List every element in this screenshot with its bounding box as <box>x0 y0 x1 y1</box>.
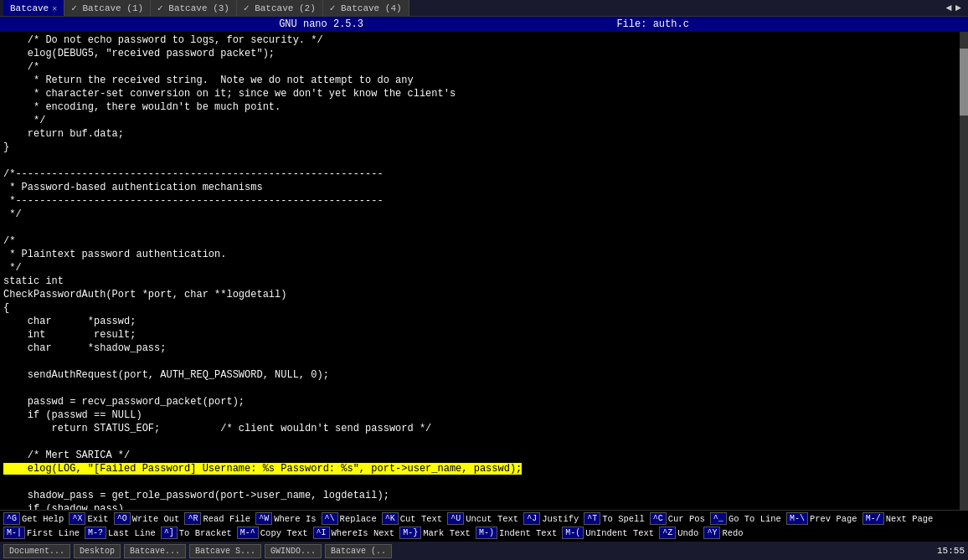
shortcut-key: ^Z <box>659 527 676 539</box>
tab-batcave-4[interactable]: ✓ Batcave (4) <box>323 0 409 16</box>
code-line: sendAuthRequest(port, AUTH_REQ_PASSWORD,… <box>3 368 956 382</box>
code-line <box>3 475 956 489</box>
code-content: /* Do not echo password to logs, for sec… <box>0 32 960 510</box>
shortcut-label: Where Is <box>274 514 316 524</box>
shortcut-item[interactable]: ^]To Bracket <box>161 527 232 539</box>
code-line: shadow_pass = get_role_password(port->us… <box>3 489 956 502</box>
shortcut-item[interactable]: ^YRedo <box>703 527 743 539</box>
shortcut-label: Last Line <box>108 528 156 538</box>
shortcut-label: Write Out <box>132 514 180 524</box>
shortcut-item[interactable]: ^IWhereIs Next <box>313 527 395 539</box>
tab-batcave[interactable]: Batcave ✕ <box>3 0 64 16</box>
shortcut-key: ^K <box>382 512 399 525</box>
shortcut-item[interactable]: M-(UnIndent Text <box>562 527 654 539</box>
taskbar-item[interactable]: Document... <box>3 544 70 558</box>
shortcut-key: M-/ <box>862 512 884 525</box>
shortcut-key: M-) <box>476 527 497 539</box>
shortcut-item[interactable]: M-)Indent Text <box>476 527 557 539</box>
shortcut-label: WhereIs Next <box>332 528 395 538</box>
tab-scroll-right-icon[interactable]: ► <box>955 3 961 14</box>
shortcut-label: Cur Pos <box>668 514 705 524</box>
shortcut-item[interactable]: ^_Go To Line <box>710 512 781 525</box>
taskbar-item[interactable]: GWINDO... <box>265 544 322 558</box>
shortcut-label: Indent Text <box>499 528 557 538</box>
shortcut-item[interactable]: ^WWhere Is <box>255 512 316 525</box>
code-line: * Password-based authentication mechanis… <box>3 181 956 194</box>
code-line: /* Do not echo password to logs, for sec… <box>3 33 956 47</box>
code-line: static int <box>3 275 956 288</box>
code-line: */ <box>3 114 956 127</box>
shortcut-label: Read File <box>203 514 250 524</box>
shortcut-key: ^C <box>650 512 667 525</box>
taskbar-item[interactable]: Batcave... <box>124 544 186 558</box>
code-line <box>3 154 956 167</box>
shortcut-label: Redo <box>722 528 743 538</box>
taskbar-item[interactable]: Batcave S... <box>189 544 261 558</box>
filename: File: auth.c <box>616 18 688 30</box>
shortcut-label: Justify <box>542 514 579 524</box>
code-line: } <box>3 141 956 154</box>
taskbar-item[interactable]: Batcave (.. <box>325 544 392 558</box>
shortcut-item[interactable]: ^ZUndo <box>659 527 698 539</box>
shortcut-bar: ^GGet Help^XExit^OWrite Out^RRead File^W… <box>0 510 968 542</box>
code-line: */ <box>3 208 956 221</box>
shortcut-label: UnIndent Text <box>585 528 654 538</box>
shortcut-item[interactable]: M-/Next Page <box>862 512 934 525</box>
shortcut-key: ^R <box>184 512 201 525</box>
code-line: return buf.data; <box>3 127 956 141</box>
shortcut-key: ^T <box>584 512 600 525</box>
shortcut-label: Next Page <box>886 514 934 524</box>
title-bar: Batcave ✕ ✓ Batcave (1) ✓ Batcave (3) ✓ … <box>0 0 968 17</box>
code-line: elog(LOG, "[Failed Password] Username: %… <box>3 462 956 475</box>
code-line: return STATUS_EOF; /* client wouldn't se… <box>3 422 956 435</box>
tab-batcave-1[interactable]: ✓ Batcave (1) <box>64 0 151 16</box>
shortcut-key: ^Y <box>703 527 720 539</box>
shortcut-item[interactable]: ^XExit <box>69 512 108 525</box>
shortcut-item[interactable]: ^RRead File <box>184 512 250 525</box>
shortcut-key: ^X <box>69 512 85 525</box>
code-line: /* <box>3 234 956 248</box>
tab-scroll-left-icon[interactable]: ◄ <box>946 3 952 14</box>
tab-close-icon[interactable]: ✕ <box>52 3 57 13</box>
shortcut-item[interactable]: ^TTo Spell <box>584 512 644 525</box>
shortcut-key: M-^ <box>237 527 259 539</box>
shortcut-item[interactable]: M-|First Line <box>3 527 80 539</box>
shortcut-item[interactable]: ^UUncut Text <box>447 512 518 525</box>
file-header: GNU nano 2.5.3 File: auth.c <box>0 17 968 32</box>
code-line: if (passwd == NULL) <box>3 408 956 422</box>
scrollbar[interactable] <box>960 32 968 510</box>
shortcut-item[interactable]: ^JJustify <box>523 512 579 525</box>
code-line: passwd = recv_password_packet(port); <box>3 395 956 408</box>
shortcut-item[interactable]: ^CCur Pos <box>650 512 705 525</box>
editor[interactable]: /* Do not echo password to logs, for sec… <box>0 32 968 510</box>
shortcut-label: Undo <box>677 528 698 538</box>
scrollbar-thumb[interactable] <box>960 49 968 116</box>
code-line: * character-set conversion on it; since … <box>3 87 956 100</box>
code-line <box>3 435 956 449</box>
shortcut-item[interactable]: M-}Mark Text <box>399 527 471 539</box>
shortcut-key: ^] <box>161 527 178 539</box>
code-line: * encoding, there wouldn't be much point… <box>3 100 956 114</box>
tab-batcave-3[interactable]: ✓ Batcave (3) <box>151 0 237 16</box>
code-line: *---------------------------------------… <box>3 194 956 208</box>
shortcut-item[interactable]: M-?Last Line <box>85 527 156 539</box>
shortcut-key: M-\ <box>786 512 808 525</box>
shortcut-key: ^G <box>3 512 20 525</box>
shortcut-key: ^U <box>447 512 464 525</box>
shortcut-label: First Line <box>27 528 80 538</box>
shortcut-item[interactable]: M-\Prev Page <box>786 512 857 525</box>
code-line: * Plaintext password authentication. <box>3 248 956 261</box>
shortcut-item[interactable]: M-^Copy Text <box>237 527 308 539</box>
shortcut-item[interactable]: ^\Replace <box>322 512 377 525</box>
shortcut-item[interactable]: ^KCut Text <box>382 512 442 525</box>
shortcut-label: Get Help <box>22 514 64 524</box>
code-line: /* Mert SARICA */ <box>3 449 956 462</box>
shortcut-label: Exit <box>87 514 108 524</box>
shortcut-item[interactable]: ^GGet Help <box>3 512 64 525</box>
shortcut-key: ^J <box>523 512 540 525</box>
taskbar-item[interactable]: Desktop <box>74 544 121 558</box>
tab-batcave-2[interactable]: ✓ Batcave (2) <box>237 0 323 16</box>
code-line: int result; <box>3 328 956 342</box>
shortcut-label: Uncut Text <box>466 514 518 524</box>
shortcut-item[interactable]: ^OWrite Out <box>114 512 180 525</box>
